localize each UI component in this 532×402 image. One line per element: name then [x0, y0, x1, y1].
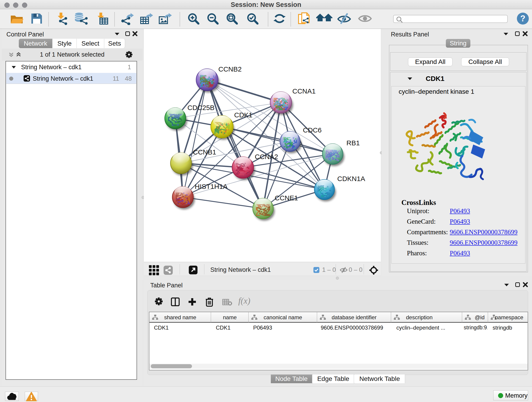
svg-text:CCNA2: CCNA2 [255, 153, 278, 160]
svg-text:CDC25B: CDC25B [187, 104, 215, 111]
svg-text:CCNE1: CCNE1 [275, 194, 298, 202]
svg-text:?: ? [520, 14, 525, 23]
svg-text:CCNA1: CCNA1 [292, 87, 316, 95]
svg-text:CDK1: CDK1 [234, 111, 253, 119]
svg-text:RB1: RB1 [346, 139, 360, 147]
svg-text:CCNB1: CCNB1 [193, 148, 216, 156]
svg-text:CCNB2: CCNB2 [218, 65, 242, 73]
svg-text:CDKN1A: CDKN1A [337, 175, 365, 182]
svg-text:HIST1H1A: HIST1H1A [195, 183, 228, 190]
svg-text:CDC6: CDC6 [303, 126, 322, 134]
